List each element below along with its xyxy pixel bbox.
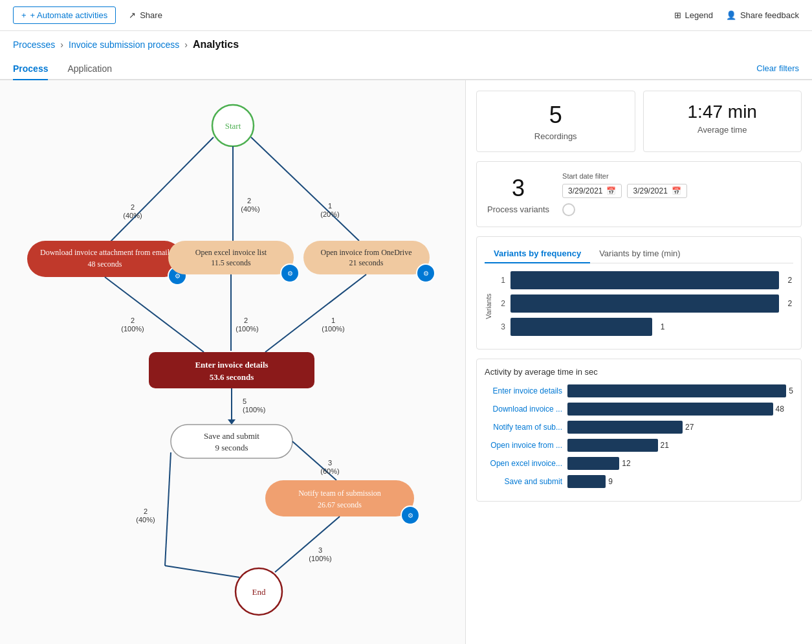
svg-line-26 xyxy=(105,277,204,352)
svg-text:2: 2 xyxy=(244,316,248,324)
svg-text:9 seconds: 9 seconds xyxy=(215,443,248,452)
calendar-icon-start: 📅 xyxy=(606,186,616,195)
svg-text:53.6 seconds: 53.6 seconds xyxy=(210,372,254,382)
svg-line-32 xyxy=(265,274,366,352)
date-filter-label: Start date filter xyxy=(562,172,791,180)
bar-label-1: 1 xyxy=(495,276,505,285)
activity-label-4: Open excel invoice... xyxy=(485,459,562,468)
share-button[interactable]: ↗ Share xyxy=(129,10,162,20)
activity-value-4: 12 xyxy=(622,459,630,468)
svg-text:3: 3 xyxy=(318,546,322,554)
activity-section: Activity by average time in sec Enter in… xyxy=(476,359,802,502)
svg-text:(100%): (100%) xyxy=(243,406,265,414)
tab-by-time[interactable]: Variants by time (min) xyxy=(590,245,689,263)
svg-text:26.67 seconds: 26.67 seconds xyxy=(318,500,362,509)
variants-number: 3 xyxy=(487,175,549,202)
activity-label-3: Open invoice from ... xyxy=(485,441,562,450)
sep2: › xyxy=(184,39,188,50)
breadcrumb-processes[interactable]: Processes xyxy=(13,39,55,50)
clear-filters-button[interactable]: Clear filters xyxy=(756,58,799,79)
process-diagram-area: Start 2 (40%) 2 (40%) 1 (20%) Download i… xyxy=(0,80,466,644)
bar-3: 1 xyxy=(510,318,652,336)
recordings-label: Recordings xyxy=(487,131,624,141)
activity-row-4: Open excel invoice... 12 xyxy=(485,457,793,470)
svg-text:2: 2 xyxy=(144,507,148,515)
svg-line-56 xyxy=(275,516,340,572)
svg-text:(100%): (100%) xyxy=(121,325,144,333)
bar-value-2: 2 xyxy=(787,299,792,308)
svg-text:⚙: ⚙ xyxy=(408,512,413,519)
filter-toggle[interactable] xyxy=(562,203,575,216)
avg-time-label: Average time xyxy=(654,125,791,135)
svg-text:Open excel invoice list: Open excel invoice list xyxy=(195,248,267,257)
right-panel: 5 Recordings 1:47 min Average time 3 Pro… xyxy=(466,80,812,644)
bar-row-3: 3 1 xyxy=(495,318,793,336)
bar-1: 2 xyxy=(510,271,779,289)
activity-row-5: Save and submit 9 xyxy=(485,475,793,488)
svg-text:1: 1 xyxy=(328,202,332,210)
svg-text:2: 2 xyxy=(131,316,135,324)
tabs-bar: Process Application Clear filters xyxy=(0,58,812,80)
share-feedback-label: Share feedback xyxy=(740,10,799,20)
svg-rect-16 xyxy=(168,241,294,274)
start-date-input[interactable]: 3/29/2021 📅 xyxy=(562,184,622,198)
svg-text:(40%): (40%) xyxy=(136,516,155,524)
activity-bar-3 xyxy=(567,439,658,452)
svg-text:Start: Start xyxy=(225,121,241,131)
variants-label: Process variants xyxy=(487,205,549,214)
share-feedback-button[interactable]: 👤 Share feedback xyxy=(726,10,799,20)
activity-label-0: Enter invoice details xyxy=(485,386,562,395)
bar-label-3: 3 xyxy=(495,322,505,331)
plus-icon: + xyxy=(21,10,27,20)
svg-text:(100%): (100%) xyxy=(322,325,344,333)
feedback-icon: 👤 xyxy=(726,10,736,20)
sep1: › xyxy=(60,39,63,50)
svg-text:Notify team of submission: Notify team of submission xyxy=(298,489,381,498)
avg-time-card: 1:47 min Average time xyxy=(643,91,802,152)
chart-tabs: Variants by frequency Variants by time (… xyxy=(485,245,793,263)
activity-bar-1 xyxy=(567,403,773,416)
activity-value-3: 21 xyxy=(661,441,669,450)
top-bar: + + Automate activities ↗ Share ⊞ Legend… xyxy=(0,0,812,31)
svg-rect-11 xyxy=(27,241,182,277)
tab-application[interactable]: Application xyxy=(67,58,112,80)
activity-label-5: Save and submit xyxy=(485,477,562,486)
variants-chart-section: Variants by frequency Variants by time (… xyxy=(476,236,802,350)
top-right-actions: ⊞ Legend 👤 Share feedback xyxy=(674,10,799,20)
activity-row-0: Enter invoice details 5 xyxy=(485,384,793,397)
svg-text:1: 1 xyxy=(331,316,335,324)
frequency-bar-chart: Variants 1 2 2 2 xyxy=(485,271,793,341)
svg-rect-35 xyxy=(149,352,314,388)
end-date-input[interactable]: 3/29/2021 📅 xyxy=(627,184,686,198)
bar-row-2: 2 2 xyxy=(495,294,793,313)
svg-text:21 seconds: 21 seconds xyxy=(349,258,384,267)
calendar-icon-end: 📅 xyxy=(672,186,681,195)
legend-button[interactable]: ⊞ Legend xyxy=(674,10,713,20)
svg-rect-51 xyxy=(265,480,414,516)
legend-label: Legend xyxy=(685,10,713,20)
activity-bar-5 xyxy=(567,475,606,488)
bar-value-3: 1 xyxy=(661,322,665,331)
svg-text:(60%): (60%) xyxy=(320,467,339,475)
svg-text:Download invoice attachment fr: Download invoice attachment from email xyxy=(40,248,170,257)
svg-line-48 xyxy=(165,452,171,566)
date-filter-row: 3/29/2021 📅 3/29/2021 📅 xyxy=(562,184,791,198)
main-content: Start 2 (40%) 2 (40%) 1 (20%) Download i… xyxy=(0,80,812,644)
variants-right: Start date filter 3/29/2021 📅 3/29/2021 … xyxy=(562,172,791,216)
svg-text:(40%): (40%) xyxy=(123,212,142,219)
svg-text:(100%): (100%) xyxy=(236,325,258,333)
breadcrumb-invoice[interactable]: Invoice submission process xyxy=(69,39,179,50)
bar-label-2: 2 xyxy=(495,299,505,308)
tab-by-frequency[interactable]: Variants by frequency xyxy=(485,245,590,263)
variants-left: 3 Process variants xyxy=(487,175,549,214)
automate-button[interactable]: + + Automate activities xyxy=(13,6,116,24)
svg-rect-21 xyxy=(303,241,430,274)
tab-process[interactable]: Process xyxy=(13,58,48,80)
share-label: Share xyxy=(140,10,162,20)
y-axis-title: Variants xyxy=(485,271,492,341)
breadcrumb-current: Analytics xyxy=(193,39,239,50)
activity-bar-0 xyxy=(567,384,786,397)
svg-text:Save and submit: Save and submit xyxy=(204,431,259,441)
end-date-value: 3/29/2021 xyxy=(633,186,667,195)
breadcrumb: Processes › Invoice submission process ›… xyxy=(0,31,812,58)
